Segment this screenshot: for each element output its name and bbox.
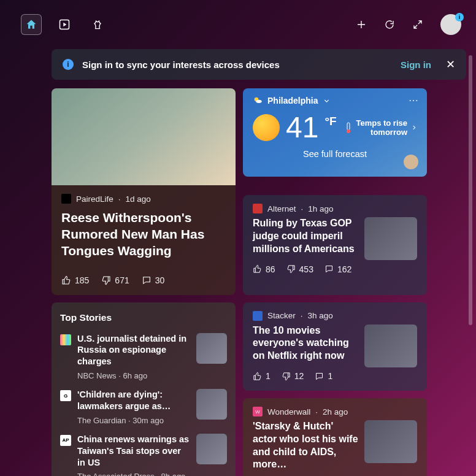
dislike-button[interactable]: 453	[286, 264, 313, 274]
story-thumb	[196, 389, 227, 420]
svg-rect-3	[347, 123, 350, 130]
weather-temp: 41	[286, 110, 318, 144]
story-card[interactable]: WWonderwall · 2h ago 'Starsky & Hutch' a…	[243, 398, 427, 476]
like-button[interactable]: 185	[61, 275, 89, 285]
partly-cloudy-icon	[253, 96, 263, 106]
comment-icon	[315, 372, 324, 381]
svg-point-2	[256, 100, 261, 103]
story-card[interactable]: Alternet · 1h ago Ruling by Texas GOP ju…	[243, 195, 427, 295]
story-card[interactable]: Stacker · 3h ago The 10 movies everyone'…	[243, 302, 427, 391]
sun-icon	[253, 114, 280, 141]
refresh-icon[interactable]	[384, 19, 395, 30]
chevron-right-icon	[411, 125, 417, 131]
comment-icon	[324, 264, 334, 274]
thumbs-up-icon	[61, 275, 71, 285]
thermometer-icon	[345, 121, 352, 134]
story-thumb	[196, 434, 227, 464]
top-stories-title: Top Stories	[60, 312, 227, 323]
add-icon[interactable]	[356, 19, 367, 30]
story-image	[364, 420, 417, 463]
info-icon: i	[63, 59, 74, 70]
play-icon	[58, 18, 71, 31]
thumbs-down-icon	[282, 372, 291, 381]
expand-icon[interactable]	[412, 19, 423, 30]
chevron-down-icon	[323, 97, 331, 105]
svg-point-4	[347, 129, 350, 133]
story-headline: Ruling by Texas GOP judge could imperil …	[253, 217, 358, 255]
top-story-item[interactable]: AP China renews warnings as Taiwan's Tsa…	[60, 434, 227, 476]
nav-play-button[interactable]	[54, 14, 75, 35]
story-headline: The 10 movies everyone's watching on Net…	[253, 324, 358, 363]
signin-banner: i Sign in to sync your interests across …	[52, 49, 466, 80]
comment-button[interactable]: 1	[315, 371, 332, 381]
dislike-button[interactable]: 671	[101, 275, 129, 285]
story-image	[364, 324, 417, 367]
nav-right: i	[356, 14, 461, 35]
hero-card[interactable]: PairedLife · 1d ago Reese Witherspoon's …	[52, 88, 236, 295]
hero-engagement: 185 671 30	[61, 274, 226, 289]
hero-time: 1d ago	[126, 194, 151, 204]
top-stories-card: Top Stories U.S. journalist detained in …	[52, 302, 236, 476]
nav-home-button[interactable]	[21, 14, 42, 35]
source-logo	[253, 311, 263, 321]
top-story-item[interactable]: G 'Children are dying': lawmakers argue …	[60, 389, 227, 425]
thumbs-down-icon	[101, 275, 111, 285]
banner-text: Sign in to sync your interests across de…	[82, 60, 280, 70]
hero-meta: PairedLife · 1d ago	[61, 194, 226, 204]
source-logo: W	[253, 407, 263, 416]
thumbs-up-icon	[253, 372, 262, 381]
hero-headline: Reese Witherspoon's Rumored New Man Has …	[61, 210, 226, 259]
thumbs-up-icon	[253, 264, 262, 274]
content: i Sign in to sync your interests across …	[0, 49, 476, 476]
feed-grid: PairedLife · 1d ago Reese Witherspoon's …	[52, 88, 466, 476]
story-thumb	[196, 333, 227, 364]
weather-trend: Temps to risetomorrow	[345, 118, 417, 137]
moon-icon	[404, 155, 418, 169]
avatar[interactable]: i	[440, 14, 461, 35]
signin-link[interactable]: Sign in	[401, 60, 431, 70]
top-story-item[interactable]: U.S. journalist detained in Russia on es…	[60, 333, 227, 381]
weather-card[interactable]: ⋯ Philadelphia 41 °F Temps to risetomorr…	[243, 88, 427, 177]
source-logo: AP	[60, 435, 71, 446]
like-button[interactable]: 1	[253, 371, 271, 381]
hero-image	[52, 88, 236, 185]
avatar-notification-badge: i	[455, 13, 464, 21]
hero-source: PairedLife	[76, 194, 113, 204]
thumbs-down-icon	[286, 264, 296, 274]
weather-location[interactable]: Philadelphia	[253, 96, 417, 106]
comment-icon	[142, 275, 152, 285]
close-icon[interactable]: ✕	[446, 58, 455, 71]
comment-button[interactable]: 162	[324, 264, 351, 274]
topbar: i	[0, 0, 476, 49]
story-headline: 'Starsky & Hutch' actor who lost his wif…	[253, 420, 358, 471]
comment-button[interactable]: 30	[142, 275, 165, 285]
home-icon	[25, 18, 37, 31]
more-icon[interactable]: ⋯	[409, 94, 418, 106]
weather-unit: °F	[324, 115, 336, 128]
source-logo	[61, 194, 71, 204]
source-logo: G	[60, 390, 71, 401]
chess-icon	[91, 18, 104, 31]
scrollbar[interactable]	[469, 55, 472, 325]
like-button[interactable]: 86	[253, 264, 275, 274]
dislike-button[interactable]: 12	[282, 371, 304, 381]
story-image	[364, 217, 417, 260]
nav-games-button[interactable]	[87, 14, 108, 35]
see-forecast-link[interactable]: See full forecast	[253, 149, 417, 159]
source-logo	[60, 334, 71, 345]
nav-left	[21, 14, 108, 35]
source-logo	[253, 204, 263, 213]
